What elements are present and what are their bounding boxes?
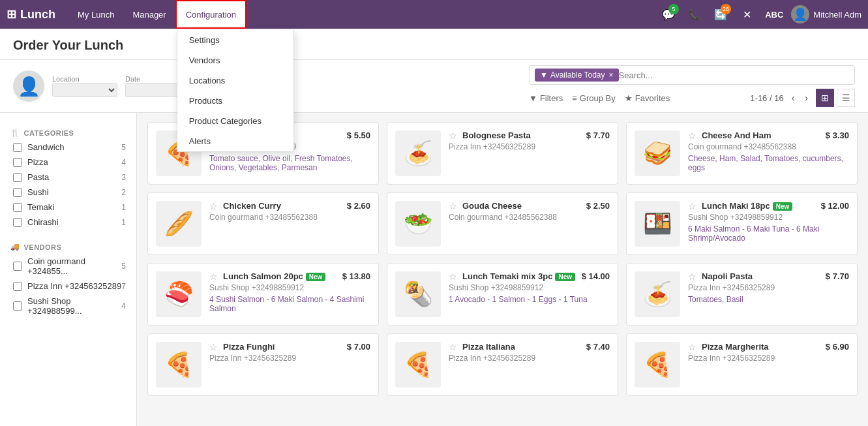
product-desc: Cheese, Ham, Salad, Tomatoes, cucumbers,… xyxy=(688,154,849,172)
location-label: Location xyxy=(52,75,117,83)
product-card-bolognese-pasta[interactable]: 🍝 ☆ Bolognese Pasta $ 7.70 Pizza Inn +32… xyxy=(387,122,618,185)
product-card-gouda-cheese[interactable]: 🥗 ☆ Gouda Cheese $ 2.50 Coin gourmand +3… xyxy=(387,192,618,255)
coin-gourmand-checkbox[interactable] xyxy=(13,262,22,271)
list-view-btn[interactable]: ☰ xyxy=(837,89,855,107)
favorite-icon[interactable]: ☆ xyxy=(688,130,696,141)
dropdown-settings[interactable]: Settings xyxy=(177,30,293,50)
user-menu[interactable]: 👤 Mitchell Adm xyxy=(791,5,861,23)
favorite-icon[interactable]: ☆ xyxy=(688,271,696,282)
favorite-icon[interactable]: ☆ xyxy=(209,201,218,211)
pizza-checkbox[interactable] xyxy=(13,158,22,167)
dropdown-alerts[interactable]: Alerts xyxy=(177,131,293,151)
product-card-pizza-margherita[interactable]: 🍕 ☆ Pizza Margherita $ 6.90 Pizza Inn +3… xyxy=(626,333,858,396)
sushi-checkbox[interactable] xyxy=(13,188,22,197)
product-card-lunch-maki-18pc[interactable]: 🍱 ☆ Lunch Maki 18pcNew $ 12.00 Sushi Sho… xyxy=(626,192,858,255)
product-vendor: Coin gourmand +32485562388 xyxy=(688,142,849,151)
chat-badge: 5 xyxy=(668,4,679,14)
favorite-icon[interactable]: ☆ xyxy=(449,201,457,211)
product-card-lunch-salmon-20pc[interactable]: 🍣 ☆ Lunch Salmon 20pcNew $ 13.80 Sushi S… xyxy=(147,263,379,326)
new-badge: New xyxy=(773,202,793,211)
chirashi-checkbox[interactable] xyxy=(13,218,22,227)
group-by-icon: ≡ xyxy=(572,93,577,103)
sidebar-item-sandwich[interactable]: Sandwich 5 xyxy=(0,140,136,155)
product-card-lunch-temaki-mix[interactable]: 🌯 ☆ Lunch Temaki mix 3pcNew $ 14.00 Sush… xyxy=(387,263,618,326)
group-by-btn[interactable]: ≡ Group By xyxy=(572,93,616,103)
favorites-label: Favorites xyxy=(635,93,670,103)
categories-list: Sandwich 5 Pizza 4 Pasta 3 Sushi 2 xyxy=(0,140,136,230)
grid-view-btn[interactable]: ⊞ xyxy=(816,89,834,107)
favorite-icon[interactable]: ☆ xyxy=(449,342,457,352)
product-name: Napoli Pasta xyxy=(702,271,823,281)
sidebar-item-sushi-shop[interactable]: Sushi Shop +324988599... 4 xyxy=(0,294,136,318)
configuration-dropdown: Settings Vendors Locations Products Prod… xyxy=(177,30,294,152)
nav-configuration[interactable]: Configuration Settings Vendors Locations… xyxy=(175,0,247,29)
available-today-filter[interactable]: ▼ Available Today × xyxy=(535,68,619,82)
product-image: 🥗 xyxy=(395,201,441,247)
prev-page-btn[interactable]: ‹ xyxy=(789,91,798,104)
temaki-checkbox[interactable] xyxy=(13,203,22,212)
sidebar-item-temaki[interactable]: Temaki 1 xyxy=(0,200,136,215)
sidebar-item-pizza[interactable]: Pizza 4 xyxy=(0,155,136,170)
product-image: 🍕 xyxy=(635,342,680,388)
dropdown-locations[interactable]: Locations xyxy=(177,70,293,91)
product-price: $ 2.60 xyxy=(347,201,370,211)
product-name: Pizza Margherita xyxy=(702,342,823,352)
chirashi-label: Chirashi xyxy=(27,217,121,227)
sidebar-item-pasta[interactable]: Pasta 3 xyxy=(0,170,136,185)
sidebar-item-sushi[interactable]: Sushi 2 xyxy=(0,185,136,200)
sidebar-item-pizza-inn[interactable]: Pizza Inn +32456325289 7 xyxy=(0,279,136,294)
filter-close-icon[interactable]: × xyxy=(609,70,614,80)
sushi-shop-checkbox[interactable] xyxy=(13,301,22,311)
product-info: ☆ Gouda Cheese $ 2.50 Coin gourmand +324… xyxy=(449,201,610,222)
sushi-shop-count: 4 xyxy=(121,301,126,311)
abc-btn[interactable]: ABC xyxy=(762,4,786,25)
sidebar-item-coin-gourmand[interactable]: Coin gourmand +324855... 5 xyxy=(0,254,136,279)
next-page-btn[interactable]: › xyxy=(802,91,811,104)
favorite-icon[interactable]: ☆ xyxy=(209,271,218,282)
product-card-cheese-and-ham[interactable]: 🥪 ☆ Cheese And Ham $ 3.30 Coin gourmand … xyxy=(626,122,858,185)
product-image: 🍝 xyxy=(395,130,441,176)
favorite-icon[interactable]: ☆ xyxy=(449,130,457,141)
favorite-icon[interactable]: ☆ xyxy=(688,342,696,352)
pasta-checkbox[interactable] xyxy=(13,173,22,182)
sandwich-checkbox[interactable] xyxy=(13,143,22,152)
location-select[interactable] xyxy=(52,83,117,97)
favorites-btn[interactable]: ★ Favorites xyxy=(625,93,670,103)
product-price: $ 5.50 xyxy=(347,130,370,140)
product-card-pizza-funghi[interactable]: 🍕 ☆ Pizza Funghi $ 7.00 Pizza Inn +32456… xyxy=(147,333,379,396)
nav-manager[interactable]: Manager xyxy=(123,0,175,29)
filters-btn[interactable]: ▼ Filters xyxy=(529,93,563,103)
product-card-chicken-curry[interactable]: 🥖 ☆ Chicken Curry $ 2.60 Coin gourmand +… xyxy=(147,192,379,255)
product-vendor: Coin gourmand +32485562388 xyxy=(449,213,610,222)
pizza-count: 4 xyxy=(121,158,126,167)
phone-icon-btn[interactable]: 📞 xyxy=(684,4,705,25)
app-logo[interactable]: ⊞ Lunch xyxy=(7,7,55,22)
product-price: $ 13.80 xyxy=(342,271,370,281)
product-price: $ 12.00 xyxy=(821,201,849,211)
chat-icon-btn[interactable]: 💬 5 xyxy=(658,4,679,25)
close-icon-btn[interactable]: ✕ xyxy=(736,4,757,25)
coin-gourmand-count: 5 xyxy=(121,262,126,271)
filter-label: Available Today xyxy=(550,70,605,80)
dropdown-product-categories[interactable]: Product Categories xyxy=(177,111,293,131)
filter-icon: ▼ xyxy=(529,93,537,103)
dropdown-vendors[interactable]: Vendors xyxy=(177,50,293,70)
pizza-inn-checkbox[interactable] xyxy=(13,282,22,291)
updates-icon-btn[interactable]: 🔄 26 xyxy=(710,4,731,25)
vendors-list: Coin gourmand +324855... 5 Pizza Inn +32… xyxy=(0,254,136,318)
favorite-icon[interactable]: ☆ xyxy=(209,342,218,352)
main-content: 🍴 CATEGORIES Sandwich 5 Pizza 4 Pasta 3 xyxy=(0,113,868,426)
nav-my-lunch[interactable]: My Lunch xyxy=(68,0,123,29)
filters-label: Filters xyxy=(540,93,563,103)
sidebar-item-chirashi[interactable]: Chirashi 1 xyxy=(0,215,136,230)
location-field: Location xyxy=(52,75,117,97)
sushi-count: 2 xyxy=(121,188,126,197)
search-input[interactable] xyxy=(619,70,849,80)
favorite-icon[interactable]: ☆ xyxy=(449,271,457,282)
pasta-label: Pasta xyxy=(27,172,121,182)
product-card-pizza-italiana[interactable]: 🍕 ☆ Pizza Italiana $ 7.40 Pizza Inn +324… xyxy=(387,333,618,396)
favorite-icon[interactable]: ☆ xyxy=(688,201,696,211)
product-card-napoli-pasta[interactable]: 🍝 ☆ Napoli Pasta $ 7.70 Pizza Inn +32456… xyxy=(626,263,858,326)
product-name: Pizza Italiana xyxy=(462,342,584,352)
dropdown-products[interactable]: Products xyxy=(177,91,293,111)
